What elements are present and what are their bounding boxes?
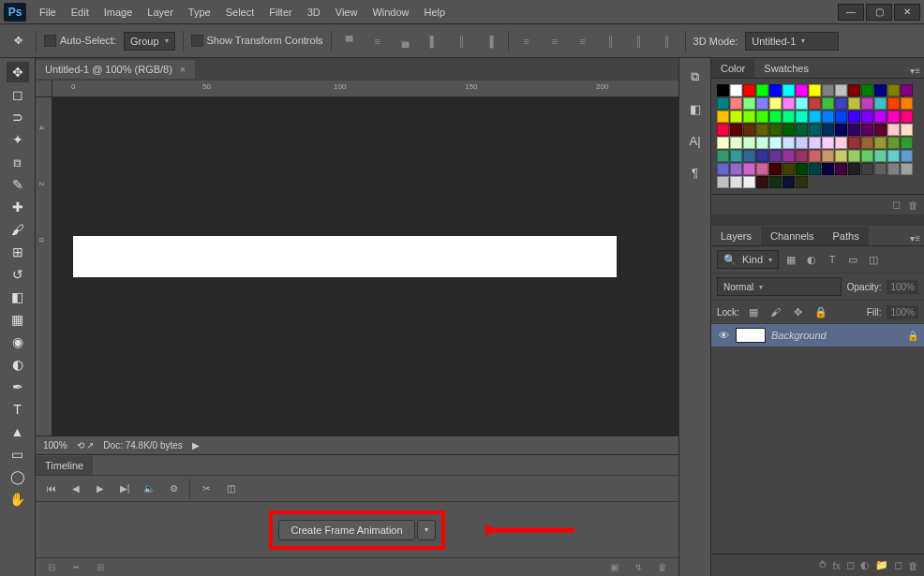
dodge-tool[interactable]: ◐ (7, 354, 29, 375)
swatch[interactable] (861, 150, 873, 162)
align-bottom-icon[interactable]: ▄ (395, 31, 416, 52)
swatch[interactable] (901, 111, 913, 123)
visibility-toggle-icon[interactable]: 👁 (717, 329, 730, 342)
swatch[interactable] (769, 84, 782, 96)
layer-style-icon[interactable]: fx (832, 560, 841, 571)
crop-tool[interactable]: ⧈ (7, 152, 29, 172)
swatch[interactable] (901, 84, 913, 96)
history-brush-tool[interactable]: ↺ (7, 264, 29, 285)
audio-toggle-button[interactable]: 🔈 (141, 481, 157, 496)
swatch[interactable] (769, 150, 782, 162)
swatch[interactable] (848, 84, 860, 96)
delete-layer-icon[interactable]: 🗑 (908, 560, 918, 571)
distribute-left-icon[interactable]: ║ (601, 31, 621, 52)
timeline-tab[interactable]: Timeline (36, 456, 93, 475)
filter-type-icon[interactable]: T (824, 252, 841, 267)
swatch[interactable] (782, 163, 795, 175)
next-frame-button[interactable]: ▶| (116, 481, 133, 496)
swatch[interactable] (822, 111, 834, 123)
zoom-level[interactable]: 100% (43, 440, 67, 450)
swatch[interactable] (796, 124, 808, 136)
new-layer-icon[interactable]: ◻ (894, 559, 902, 571)
swatch[interactable] (874, 97, 887, 110)
document-tab[interactable]: Untitled-1 @ 100% (RGB/8) × (36, 60, 195, 79)
swatch[interactable] (717, 84, 729, 96)
healing-brush-tool[interactable]: ✚ (7, 197, 29, 217)
swatch[interactable] (901, 124, 913, 136)
swatch[interactable] (822, 150, 834, 162)
swatch[interactable] (809, 111, 821, 123)
rectangle-tool[interactable]: ▭ (7, 444, 29, 465)
layer-row-background[interactable]: 👁 Background 🔒 (711, 324, 924, 347)
window-minimize-button[interactable]: — (838, 4, 864, 21)
swatch[interactable] (874, 163, 887, 175)
fill-field[interactable]: 100% (887, 305, 918, 319)
swatch[interactable] (796, 150, 808, 162)
color-tab[interactable]: Color (711, 59, 754, 78)
marquee-tool[interactable]: ◻ (7, 84, 29, 105)
swatch[interactable] (756, 150, 768, 162)
swatch[interactable] (743, 111, 755, 123)
panel-menu-icon[interactable]: ▾≡ (906, 64, 924, 78)
swatch[interactable] (796, 176, 808, 188)
zoom-in-icon[interactable]: ⊞ (92, 561, 109, 574)
menu-file[interactable]: File (32, 3, 64, 22)
swatch[interactable] (887, 124, 900, 136)
prev-frame-button[interactable]: ◀ (67, 481, 84, 496)
transition-button[interactable]: ◫ (222, 481, 239, 496)
swatch[interactable] (769, 137, 782, 149)
swatch[interactable] (756, 97, 768, 110)
swatch[interactable] (887, 150, 900, 162)
layer-thumbnail[interactable] (736, 328, 766, 343)
swatch[interactable] (887, 84, 900, 96)
swatch[interactable] (901, 97, 913, 110)
swatch[interactable] (796, 84, 808, 96)
swatch[interactable] (874, 150, 887, 162)
distribute-hcenter-icon[interactable]: ║ (629, 31, 649, 52)
swatch[interactable] (861, 137, 873, 149)
swatch[interactable] (743, 84, 755, 96)
swatch[interactable] (822, 124, 834, 136)
swatch[interactable] (769, 163, 782, 175)
eraser-tool[interactable]: ◧ (7, 287, 29, 307)
swatch[interactable] (782, 124, 795, 136)
pen-tool[interactable]: ✒ (7, 377, 29, 397)
swatch[interactable] (809, 150, 821, 162)
swatch[interactable] (717, 176, 729, 188)
layers-tab[interactable]: Layers (711, 227, 761, 245)
swatch[interactable] (822, 97, 834, 110)
align-vcenter-icon[interactable]: ≡ (367, 31, 388, 52)
swatch[interactable] (822, 84, 834, 96)
new-swatch-icon[interactable]: ◻ (892, 199, 901, 211)
swatch[interactable] (835, 97, 847, 110)
swatch[interactable] (835, 124, 847, 136)
swatch[interactable] (756, 111, 768, 123)
lock-image-icon[interactable]: 🖌 (768, 304, 784, 319)
swatch[interactable] (730, 137, 742, 149)
swatch[interactable] (848, 137, 860, 149)
align-left-icon[interactable]: ▌ (424, 31, 444, 52)
swatches-tab[interactable]: Swatches (754, 59, 818, 78)
swatch[interactable] (835, 137, 847, 149)
swatch[interactable] (756, 163, 768, 175)
swatch[interactable] (809, 163, 821, 175)
render-icon[interactable]: ↯ (630, 561, 647, 574)
align-hcenter-icon[interactable]: ║ (452, 31, 472, 52)
swatch[interactable] (769, 124, 782, 136)
gradient-tool[interactable]: ▦ (7, 309, 29, 330)
layer-mask-icon[interactable]: ◻ (846, 559, 855, 571)
ellipse-tool[interactable]: ◯ (7, 466, 29, 487)
swatch[interactable] (887, 163, 900, 175)
swatch[interactable] (835, 111, 847, 123)
swatch[interactable] (769, 111, 782, 123)
create-frame-animation-button[interactable]: Create Frame Animation (278, 520, 414, 540)
magic-wand-tool[interactable]: ✦ (7, 129, 29, 150)
swatch[interactable] (835, 84, 847, 96)
auto-select-dropdown[interactable]: Group (124, 32, 175, 51)
distribute-vcenter-icon[interactable]: ≡ (544, 31, 565, 52)
auto-select-checkbox[interactable]: Auto-Select: (44, 35, 116, 48)
swatch[interactable] (835, 150, 847, 162)
menu-layer[interactable]: Layer (140, 3, 181, 22)
swatch[interactable] (730, 84, 742, 96)
split-clip-button[interactable]: ✂ (198, 481, 215, 496)
